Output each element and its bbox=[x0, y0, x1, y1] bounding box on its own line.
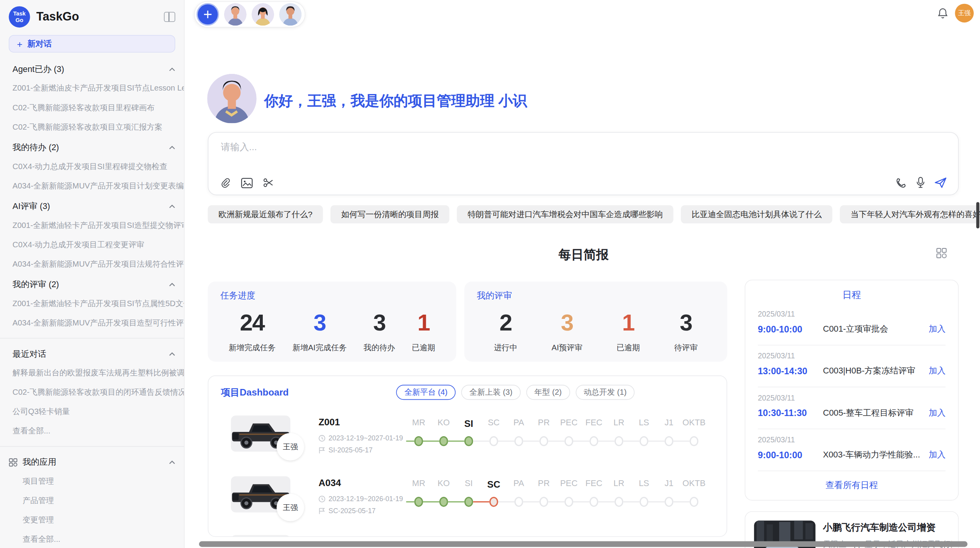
suggestion-chips: 欧洲新规最近颁布了什么?如何写一份清晰的项目周报特朗普可能对进口汽车增税会对中国… bbox=[208, 205, 959, 223]
milestone-segment bbox=[598, 440, 615, 442]
milestone-segment bbox=[648, 440, 665, 442]
user-avatar[interactable]: 王强 bbox=[955, 4, 974, 23]
event-date: 2025/03/11 bbox=[758, 352, 946, 361]
suggestion-chip[interactable]: 欧洲新规最近颁布了什么? bbox=[208, 205, 323, 223]
milestone-label-sc: SC bbox=[481, 418, 506, 428]
stat: 1 已逾期 bbox=[412, 309, 435, 354]
phone-call-icon[interactable] bbox=[896, 177, 907, 188]
sidebar-app-item[interactable]: 产品管理 bbox=[0, 491, 184, 510]
sidebar-item[interactable]: A034-全新新能源MUV产品开发项目计划变更表编写 bbox=[0, 176, 184, 196]
scissors-icon[interactable] bbox=[263, 177, 274, 188]
sidebar-item[interactable]: 解释最新出台的欧盟报废车法规再生塑料比例被调至15%... bbox=[0, 363, 184, 383]
filter-chip[interactable]: 年型 (2) bbox=[526, 385, 570, 400]
agent-avatar[interactable] bbox=[279, 3, 302, 26]
agent-switcher bbox=[194, 1, 305, 27]
sidebar-item[interactable]: C02-飞腾新能源轻客改款项目立项汇报方案 bbox=[0, 118, 184, 137]
sidebar-item[interactable]: 公司Q3轻卡销量 bbox=[0, 402, 184, 422]
add-agent-button[interactable] bbox=[197, 3, 219, 26]
sidebar-item[interactable]: A034-全新新能源MUV产品开发项目造型可行性评审 bbox=[0, 313, 184, 333]
milestone-segment bbox=[406, 440, 414, 442]
join-link[interactable]: 加入 bbox=[929, 408, 946, 419]
sidebar-item[interactable]: A034-全新新能源MUV产品开发项目法规符合性评审 bbox=[0, 255, 184, 274]
attachment-icon[interactable] bbox=[220, 177, 231, 188]
filter-chip[interactable]: 全新上装 (3) bbox=[461, 385, 521, 400]
milestone-dot-j1 bbox=[665, 436, 673, 446]
project-row-partial[interactable] bbox=[208, 530, 727, 537]
agent-avatar[interactable] bbox=[224, 3, 247, 26]
send-icon[interactable] bbox=[934, 177, 947, 188]
sidebar-item[interactable]: C02-飞腾新能源轻客改款项目的闭环通告反馈情况 bbox=[0, 383, 184, 402]
stat-label: AI预评审 bbox=[552, 343, 583, 353]
suggestion-chip[interactable]: 特朗普可能对进口汽车增税会对中国车企造成哪些影响 bbox=[457, 205, 673, 223]
layout-grid-icon[interactable] bbox=[936, 248, 947, 261]
chevron-up-icon[interactable] bbox=[169, 461, 175, 464]
section-label: AI评审 (3) bbox=[12, 201, 169, 212]
project-row[interactable]: 王强 Z001 2023-12-19~2027-01-19 SI-2025-05… bbox=[208, 411, 727, 471]
stat-value: 24 bbox=[240, 309, 264, 337]
card-title: 我的评审 bbox=[477, 290, 714, 301]
milestone-dot-pr bbox=[540, 497, 548, 507]
owner-name: 王强 bbox=[283, 502, 298, 513]
join-link[interactable]: 加入 bbox=[929, 449, 946, 461]
suggestion-chip[interactable]: 当下年轻人对汽车外观有怎样的喜好趋势 bbox=[840, 205, 980, 223]
sidebar-item[interactable]: Z001-全新燃油轻卡产品开发项目SI造型提交物评审 bbox=[0, 216, 184, 235]
sidebar-app-item[interactable]: 项目管理 bbox=[0, 472, 184, 491]
section-header[interactable]: Agent已办 (3) bbox=[0, 59, 184, 79]
greeting-text: 你好，王强，我是你的项目管理助理 小识 bbox=[264, 91, 527, 111]
section-header[interactable]: 最近对话 bbox=[0, 344, 184, 364]
chevron-up-icon[interactable] bbox=[169, 352, 175, 356]
suggestion-chip[interactable]: 比亚迪全固态电池计划具体说了什么 bbox=[681, 205, 833, 223]
section-header[interactable]: AI评审 (3) bbox=[0, 196, 184, 216]
sidebar: Task Go TaskGo 新对话 Agent已办 (3) Z001-全新燃油… bbox=[0, 0, 185, 548]
view-all-schedule-link[interactable]: 查看所有日程 bbox=[758, 480, 946, 491]
stat-value: 3 bbox=[561, 309, 573, 337]
filter-chip[interactable]: 全新平台 (4) bbox=[396, 385, 456, 400]
event-name: X003-车辆动力学性能验... bbox=[823, 449, 929, 461]
project-row[interactable]: 王强 A034 2023-12-19~2026-01-19 SC-2025-05… bbox=[208, 471, 727, 532]
stat: 1 已逾期 bbox=[617, 309, 640, 354]
milestone-label-fec: FEC bbox=[581, 479, 607, 489]
milestone-dot-j1 bbox=[665, 497, 673, 507]
sidebar-item[interactable]: Z001-全新燃油皮卡产品开发项目SI节点Lesson Learn报告 bbox=[0, 79, 184, 98]
app-window: Task Go TaskGo 新对话 Agent已办 (3) Z001-全新燃油… bbox=[0, 0, 980, 548]
sidebar-item[interactable]: C02-飞腾新能源轻客改款项目里程碑画布 bbox=[0, 98, 184, 118]
new-chat-button[interactable]: 新对话 bbox=[9, 35, 175, 53]
chevron-up-icon[interactable] bbox=[169, 283, 175, 287]
task-progress-card: 任务进度 24 新增完成任务 3 新增AI完成任务 3 我的待办 1 已逾期 bbox=[208, 282, 456, 362]
chevron-up-icon[interactable] bbox=[169, 68, 175, 72]
section-header[interactable]: 我的待办 (2) bbox=[0, 137, 184, 157]
project-dates-text: 2023-12-19~2027-01-19 bbox=[329, 434, 403, 442]
image-icon[interactable] bbox=[241, 177, 253, 188]
milestone-segment bbox=[498, 501, 514, 503]
filter-chip[interactable]: 动总开发 (1) bbox=[576, 385, 635, 400]
join-link[interactable]: 加入 bbox=[929, 324, 946, 335]
chat-input[interactable] bbox=[220, 140, 908, 173]
dashboard-filters: 全新平台 (4)全新上装 (3)年型 (2)动总开发 (1) bbox=[396, 385, 635, 400]
sidebar-app-item[interactable]: 查看全部... bbox=[0, 530, 184, 548]
daily-briefing-title: 每日简报 bbox=[208, 247, 959, 264]
sidebar-collapse-icon[interactable] bbox=[164, 12, 175, 22]
section-header[interactable]: 我的评审 (2) bbox=[0, 274, 184, 294]
sidebar-item[interactable]: Z001-全新燃油轻卡产品开发项目SI节点属性5D文件评审 bbox=[0, 294, 184, 313]
notification-bell-icon[interactable] bbox=[937, 7, 948, 21]
milestone-dot-pec bbox=[564, 436, 573, 446]
chevron-up-icon[interactable] bbox=[169, 205, 175, 209]
sidebar-item[interactable]: C0X4-动力总成开发项目SI里程碑提交物检查 bbox=[0, 157, 184, 176]
vertical-scrollbar[interactable] bbox=[976, 202, 979, 228]
sidebar-app-item[interactable]: 变更管理 bbox=[0, 510, 184, 530]
agent-avatar[interactable] bbox=[252, 3, 274, 26]
milestone-dot-sc bbox=[489, 497, 498, 507]
section-label: Agent已办 (3) bbox=[12, 64, 169, 75]
chevron-up-icon[interactable] bbox=[169, 146, 175, 150]
join-link[interactable]: 加入 bbox=[929, 365, 946, 377]
horizontal-scrollbar[interactable] bbox=[199, 541, 968, 547]
microphone-icon[interactable] bbox=[915, 176, 925, 188]
milestone-dot-si bbox=[464, 436, 473, 446]
sidebar-item[interactable]: 查看全部... bbox=[0, 422, 184, 441]
suggestion-chip[interactable]: 如何写一份清晰的项目周报 bbox=[331, 205, 449, 223]
milestone-label-mr: MR bbox=[406, 418, 431, 428]
sidebar-item[interactable]: C0X4-动力总成开发项目工程变更评审 bbox=[0, 235, 184, 255]
milestone-dot-ko bbox=[439, 497, 448, 507]
event-name: C003|H0B-方案冻结评审 bbox=[823, 365, 929, 377]
section-header[interactable]: 我的应用 bbox=[0, 452, 184, 472]
